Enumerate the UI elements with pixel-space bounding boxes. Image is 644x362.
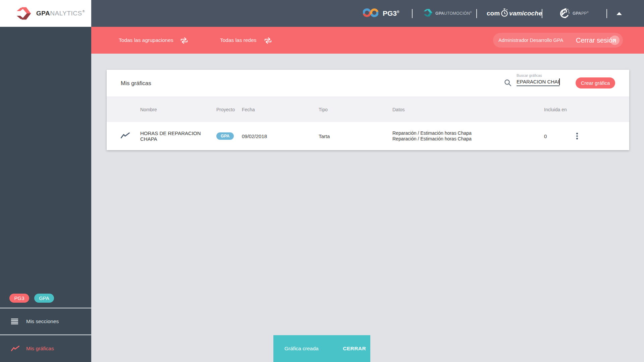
sidebar-item-mis-secciones[interactable]: Mis secciones	[0, 308, 91, 335]
search-label: Buscar gráficas	[517, 73, 559, 77]
cell-tipo: Tarta	[319, 133, 392, 139]
top-bar: PG3® GPAUTOMOCIÓN® com	[0, 0, 644, 27]
gpautomocion-arrow-icon	[423, 8, 433, 19]
trending-line-icon	[11, 346, 20, 352]
gpapp-label: GPAPP®	[573, 11, 589, 16]
header-datos: Datos	[392, 107, 544, 112]
gpautomocion-label: GPAUTOMOCIÓN®	[435, 11, 472, 16]
top-bar-divider	[606, 9, 607, 18]
comprobamicoche-logo[interactable]: com vamicoche	[487, 0, 542, 27]
list-lines-icon	[11, 318, 20, 324]
toast-close-button[interactable]: CERRAR	[343, 346, 366, 352]
caret-up-icon	[616, 12, 622, 15]
cell-incluida-en: 0	[544, 133, 574, 139]
sidebar-badges: PG3 GPA	[0, 288, 91, 308]
header-fecha: Fecha	[242, 107, 319, 112]
gpanalytics-logo[interactable]: GPANALYTICS®	[0, 0, 91, 27]
pg3-infinity-icon	[363, 7, 378, 19]
top-bar-divider	[542, 9, 542, 18]
filter-bar: Todas las agrupaciones Todas las redes A…	[91, 27, 644, 54]
header-nombre: Nombre	[140, 107, 216, 112]
table-header: Nombre Proyecto Fecha Tipo Datos Incluid…	[107, 97, 629, 122]
sidebar-item-mis-graficas[interactable]: Mis gráficas	[0, 335, 91, 362]
swap-redes-icon[interactable]	[264, 37, 272, 45]
text-caret	[559, 78, 560, 85]
gpapp-wrench-icon	[559, 7, 570, 19]
filter-redes[interactable]: Todas las redes	[220, 27, 257, 54]
header-tipo: Tipo	[319, 107, 392, 112]
gpanalytics-arrow-icon	[16, 6, 32, 21]
chart-type-icon	[121, 132, 140, 140]
search-input[interactable]	[517, 79, 559, 85]
create-chart-button[interactable]: Crear gráfica	[576, 77, 615, 88]
pg3-logo[interactable]: PG3®	[363, 0, 399, 27]
com-logo-post: vamicoche	[509, 10, 542, 17]
datos-line: Reparación / Estimación horas Chapa	[392, 136, 544, 142]
sidebar: PG3 GPA Mis secciones	[0, 27, 91, 362]
user-name: Administrador Desarrollo GPA	[498, 38, 563, 43]
table-row[interactable]: HORAS DE REPARACION CHAPA GPA 09/02/2018…	[107, 122, 629, 150]
logout-close-icon[interactable]: ✕	[610, 36, 620, 45]
snackbar-toast: Gráfica creada CERRAR	[273, 335, 370, 362]
page-title: Mis gráficas	[121, 80, 151, 87]
gpanalytics-label: GPANALYTICS®	[36, 10, 85, 17]
com-logo-pre: com	[487, 10, 500, 17]
top-bar-divider	[476, 9, 477, 18]
user-session-pill: Administrador Desarrollo GPA Cerrar sesi…	[493, 33, 623, 48]
gpa-badge: GPA	[34, 294, 54, 303]
swap-agrupaciones-icon[interactable]	[180, 37, 188, 45]
sidebar-item-label: Mis secciones	[26, 318, 59, 324]
mis-graficas-panel: Mis gráficas Buscar gráficas Crear gráfi…	[107, 70, 629, 150]
cell-datos: Reparación / Estimación horas Chapa Repa…	[392, 130, 544, 142]
pg3-badge: PG3	[9, 294, 29, 303]
header-incluida-en: Incluida en	[544, 107, 574, 112]
gpapp-logo[interactable]: GPAPP®	[559, 0, 589, 27]
toast-message: Gráfica creada	[284, 346, 319, 352]
filter-agrupaciones[interactable]: Todas las agrupaciones	[119, 27, 173, 54]
search-field: Buscar gráficas	[517, 73, 559, 86]
cell-fecha: 09/02/2018	[242, 133, 319, 139]
app-root: PG3® GPAUTOMOCIÓN® com	[0, 0, 644, 362]
collapse-header-control[interactable]	[616, 0, 622, 27]
datos-line: Reparación / Estimación horas Chapa	[392, 130, 544, 136]
top-bar-divider	[412, 9, 413, 18]
stopwatch-icon	[500, 8, 509, 19]
cell-actions	[574, 133, 629, 139]
cell-nombre: HORAS DE REPARACION CHAPA	[140, 130, 216, 142]
header-proyecto: Proyecto	[216, 107, 242, 112]
sidebar-item-label: Mis gráficas	[26, 346, 54, 352]
sidebar-bottom: PG3 GPA Mis secciones	[0, 288, 91, 362]
pg3-label: PG3®	[383, 9, 399, 17]
search-icon[interactable]	[504, 79, 512, 88]
gpautomocion-logo[interactable]: GPAUTOMOCIÓN®	[423, 0, 472, 27]
project-badge: GPA	[216, 132, 234, 140]
row-menu-kebab-icon[interactable]	[576, 133, 581, 139]
cell-proyecto: GPA	[216, 132, 242, 140]
